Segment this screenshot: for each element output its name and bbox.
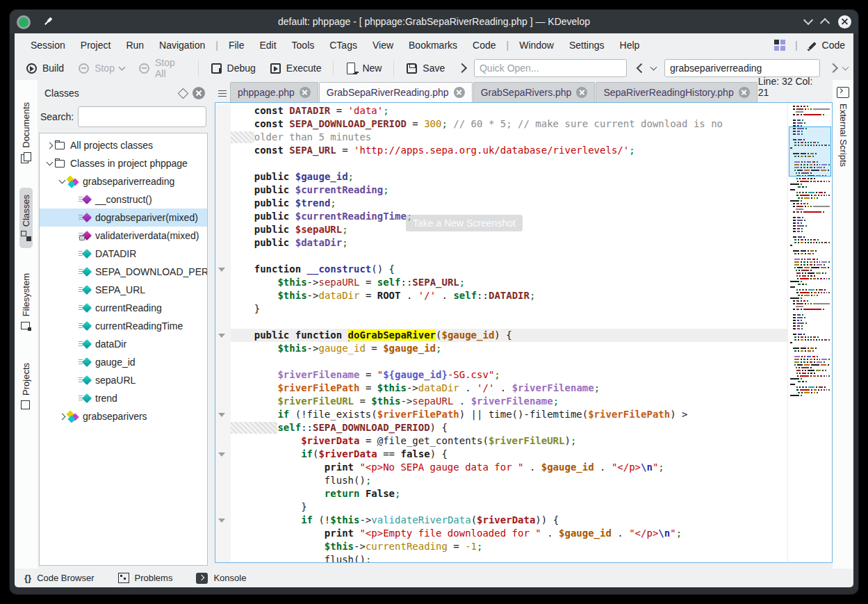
tab-close-icon[interactable] [739,87,750,98]
editor-tab-phppage-php[interactable]: phppage.php [230,82,318,102]
fold-gutter [215,144,231,157]
menu-navigation[interactable]: Navigation [152,36,213,54]
tree-item-validateriverdata-mixed-[interactable]: validateriverdata(mixed) [40,227,207,245]
fold-marker-icon[interactable] [218,452,225,457]
stop-all-button[interactable]: Stop All [133,54,192,82]
statusbar-code-browser[interactable]: {}Code Browser [24,573,95,583]
fold-gutter[interactable] [215,408,231,421]
expander-down-icon[interactable] [58,177,66,186]
sidebar-tab-filesystem[interactable]: Filesystem [19,266,33,338]
menu-ctags[interactable]: CTags [322,36,365,54]
external-scripts-icon[interactable] [837,87,849,98]
history-dropdown-icon[interactable] [650,63,657,70]
classes-search-input[interactable] [78,106,206,127]
debug-button[interactable]: Debug [205,60,261,77]
execute-button[interactable]: Execute [264,60,327,77]
history-back-icon[interactable] [636,63,646,73]
menu-window[interactable]: Window [511,36,562,54]
tree-item-all-projects-classes[interactable]: All projects classes [40,136,207,154]
tab-close-icon[interactable] [300,87,311,98]
code-line-text: } [231,500,787,514]
documents-icon [21,152,31,163]
code-line: function __construct() { [215,263,787,276]
tree-item-sepa-download-period[interactable]: SEPA_DOWNLOAD_PERIOD [40,263,207,281]
maximize-button[interactable] [820,18,830,28]
stop-button[interactable]: Stop [72,60,130,77]
toolbar: Build Stop Stop All Debug Execute [15,56,853,80]
fold-marker-icon[interactable] [218,268,225,272]
fold-gutter[interactable] [215,329,231,342]
sidebar-tab-documents[interactable]: Documents [19,95,33,170]
tree-item-datadir[interactable]: DATADIR [40,245,207,263]
tree-item-label: grabseparivers [83,411,147,422]
editor-tab-separiverreadinghistory-php[interactable]: SepaRiverReadingHistory.php [596,82,757,102]
pin-icon[interactable] [41,15,55,28]
editor-tab-grabsepariverreading-php[interactable]: GrabSepaRiverReading.php [319,82,473,102]
tab-close-icon[interactable] [454,87,465,98]
menu-bookmarks[interactable]: Bookmarks [401,36,465,54]
expander-right-icon[interactable] [58,412,66,421]
new-button[interactable]: New [340,60,387,77]
tree-item--construct-[interactable]: __construct() [40,190,207,209]
toolbar-overflow-icon[interactable] [457,63,467,73]
tree-item-grabseparivers[interactable]: grabseparivers [40,407,207,425]
menu-settings[interactable]: Settings [562,36,612,54]
document-list-icon[interactable] [215,84,230,102]
quick-open-input[interactable] [474,59,627,77]
search-dropdown-icon[interactable] [842,63,849,70]
tree-item-grabsepariverreading[interactable]: grabsepariverreading [40,172,207,190]
tree-item-sepaurl[interactable]: sepaURL [40,371,207,389]
tree-item-gauge-id[interactable]: gauge_id [40,353,207,371]
tab-close-icon[interactable] [576,87,587,98]
new-label: New [362,63,382,74]
expander-spacer [70,394,79,402]
menu-file[interactable]: File [221,36,252,54]
float-panel-icon[interactable] [178,88,189,99]
tree-item-currentreadingtime[interactable]: currentReadingTime [40,317,207,335]
minimap-viewport[interactable] [789,126,831,177]
stop-all-icon [138,63,150,74]
fold-gutter[interactable] [215,263,231,276]
tree-item-currentreading[interactable]: currentReading [40,299,207,317]
search-next-icon[interactable] [828,63,837,73]
close-button[interactable] [838,15,851,28]
editor-tab-grabseparivers-php[interactable]: GrabSepaRivers.php [473,82,596,102]
expander-right-icon[interactable] [45,141,54,149]
statusbar-problems[interactable]: Problems [118,573,173,583]
menu-code[interactable]: Code [465,36,503,54]
menu-run[interactable]: Run [118,36,152,54]
menu-tools[interactable]: Tools [284,36,322,54]
tree-item-datadir[interactable]: dataDir [40,335,207,353]
code-editor[interactable]: const DATADIR = 'data'; const SEPA_DOWNL… [215,102,833,563]
code-area-button[interactable]: Code [808,40,845,51]
menu-project[interactable]: Project [73,36,119,54]
minimap-scrollbar[interactable] [787,103,832,562]
close-panel-icon[interactable] [193,87,205,99]
menu-edit[interactable]: Edit [252,36,284,54]
save-button[interactable]: Save [400,60,450,77]
fold-gutter[interactable] [215,448,231,461]
external-scripts-tab[interactable]: External Scripts [838,104,849,167]
fold-gutter [215,183,231,197]
menu-session[interactable]: Session [23,36,73,54]
fold-marker-icon[interactable] [218,519,225,523]
sidebar-tab-projects[interactable]: Projects [19,356,33,417]
area-switcher-icon[interactable] [774,40,785,51]
fold-gutter[interactable] [215,514,231,527]
tree-item-trend[interactable]: trend [40,389,207,407]
tree-item-classes-in-project-phppage[interactable]: Classes in project phppage [40,154,207,172]
fold-gutter [215,487,231,500]
expander-down-icon[interactable] [45,159,54,168]
tree-item-sepa-url[interactable]: SEPA_URL [40,281,207,299]
sidebar-tab-classes[interactable]: Classes [19,188,33,248]
toolbar-search-input[interactable] [664,59,819,77]
tree-item-dograbsepariver-mixed-[interactable]: dograbsepariver(mixed) [40,209,207,227]
code-line: public function doGrabSepaRiver($gauge_i… [215,329,787,342]
minimize-button[interactable] [803,15,813,25]
menu-help[interactable]: Help [612,36,648,54]
menu-view[interactable]: View [365,36,401,54]
fold-marker-icon[interactable] [218,413,225,417]
fold-marker-icon[interactable] [218,334,225,338]
build-button[interactable]: Build [20,60,69,77]
statusbar-konsole[interactable]: Konsole [196,573,246,584]
